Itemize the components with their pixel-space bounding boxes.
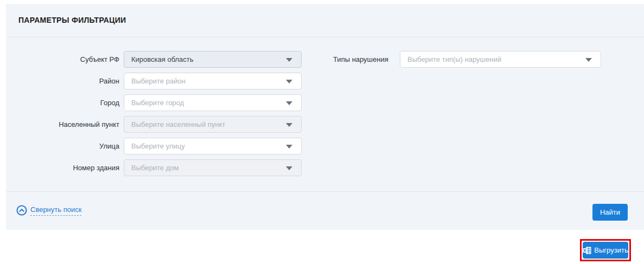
header-divider	[6, 37, 644, 37]
settlement-select-placeholder: Выберите населенный пункт	[131, 120, 225, 128]
footer-divider	[6, 191, 644, 192]
filter-row-district: Район Выберите район	[6, 73, 310, 89]
violation-types-select[interactable]: Выберите тип(ы) нарушений	[400, 51, 601, 68]
district-select-placeholder: Выберите район	[131, 77, 186, 85]
chevron-down-icon	[585, 58, 592, 62]
chevron-up-circle-icon	[16, 205, 27, 216]
panel-title: ПАРАМЕТРЫ ФИЛЬТРАЦИИ	[18, 16, 126, 24]
filter-row-street: Улица Выберите улицу	[6, 138, 310, 154]
settlement-select[interactable]: Выберите населенный пункт	[124, 116, 302, 133]
filter-row-city: Город Выберите город	[6, 94, 310, 111]
export-button[interactable]: Выгрузить	[583, 242, 628, 259]
filter-row-settlement: Населенный пункт Выберите населенный пун…	[6, 116, 310, 133]
settlement-label: Населенный пункт	[6, 116, 119, 133]
city-select-placeholder: Выберите город	[131, 99, 184, 107]
find-button[interactable]: Найти	[592, 204, 628, 221]
street-select[interactable]: Выберите улицу	[124, 138, 302, 154]
annotation-highlight-box: Выгрузить	[580, 239, 631, 261]
violation-types-label: Типы нарушения	[333, 51, 388, 68]
collapse-search-label: Свернуть поиск	[30, 205, 81, 216]
street-select-placeholder: Выберите улицу	[131, 142, 185, 150]
filter-row-violation-types: Типы нарушения Выберите тип(ы) нарушений	[6, 51, 644, 68]
building-select-placeholder: Выберите дом	[131, 164, 178, 172]
chevron-down-icon	[286, 80, 292, 83]
chevron-down-icon	[286, 101, 292, 105]
city-label: Город	[6, 94, 119, 111]
chevron-down-icon	[286, 145, 292, 149]
building-label: Номер здания	[6, 159, 119, 176]
export-button-label: Выгрузить	[594, 246, 628, 254]
filter-row-building: Номер здания Выберите дом	[6, 159, 310, 176]
collapse-search-link[interactable]: Свернуть поиск	[16, 205, 81, 216]
district-select[interactable]: Выберите район	[124, 73, 302, 89]
page: ПАРАМЕТРЫ ФИЛЬТРАЦИИ Субъект РФ Кировска…	[0, 0, 644, 264]
district-label: Район	[6, 73, 119, 89]
violation-types-select-placeholder: Выберите тип(ы) нарушений	[407, 55, 501, 63]
filter-panel: ПАРАМЕТРЫ ФИЛЬТРАЦИИ Субъект РФ Кировска…	[6, 4, 644, 230]
building-select[interactable]: Выберите дом	[124, 159, 302, 176]
city-select[interactable]: Выберите город	[124, 94, 302, 111]
chevron-down-icon	[286, 123, 292, 127]
street-label: Улица	[6, 138, 119, 154]
chevron-down-icon	[286, 166, 292, 170]
excel-icon	[583, 247, 591, 254]
